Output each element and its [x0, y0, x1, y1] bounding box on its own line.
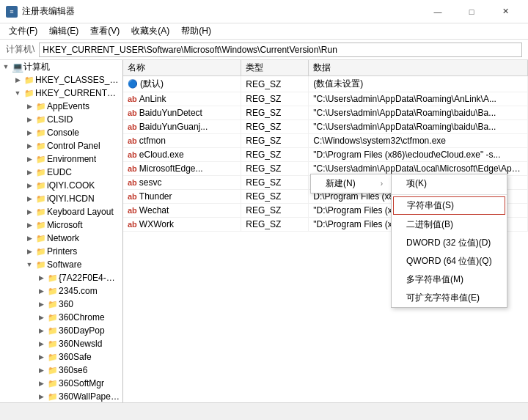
- tree-item--7a22f0e4-8c32-ec[interactable]: ▶📁{7A22F0E4-8C32-EC: [0, 271, 122, 284]
- menu-favorites[interactable]: 收藏夹(A): [125, 23, 175, 39]
- cell-data: "C:\Users\admin\AppData\Roaming\baidu\Ba…: [309, 120, 528, 134]
- table-row[interactable]: abeCloud.exeREG_SZ"D:\Program Files (x86…: [123, 148, 528, 162]
- menu-file[interactable]: 文件(F): [3, 23, 43, 39]
- folder-icon: 📁: [47, 392, 59, 402]
- submenu-item-binary[interactable]: 二进制值(B): [392, 215, 507, 234]
- reg-icon: ab: [128, 150, 137, 159]
- folder-icon: 📁: [47, 366, 59, 375]
- menu-edit[interactable]: 编辑(E): [43, 23, 84, 39]
- maximize-button[interactable]: □: [455, 0, 488, 23]
- submenu-item-multistring[interactable]: 多字符串值(M): [392, 270, 507, 289]
- tree-item-microsoft[interactable]: ▶📁Microsoft: [0, 218, 122, 232]
- tree-item-iqiyi-cook[interactable]: ▶📁iQIYI.COOK: [0, 179, 122, 192]
- status-bar: [0, 402, 528, 420]
- menu-help[interactable]: 帮助(H): [175, 23, 217, 39]
- tree-item-environment[interactable]: ▶📁Environment: [0, 152, 122, 166]
- title-controls: — □ ✕: [421, 0, 522, 23]
- tree-item-software[interactable]: ▼📁Software: [0, 258, 122, 271]
- submenu-item-key[interactable]: 项(K): [392, 174, 507, 193]
- folder-icon: 📁: [23, 75, 35, 85]
- tree-item-360chrome[interactable]: ▶📁360Chrome: [0, 311, 122, 324]
- cell-type: REG_SZ: [241, 176, 309, 190]
- tree-item-console[interactable]: ▶📁Console: [0, 126, 122, 139]
- cell-data: C:\Windows\system32\ctfmon.exe: [309, 134, 528, 148]
- tree-item-network[interactable]: ▶📁Network: [0, 232, 122, 245]
- context-menu: 新建(N) ›: [310, 174, 398, 194]
- expand-icon: ▶: [23, 116, 35, 123]
- menu-bar: 文件(F) 编辑(E) 查看(V) 收藏夹(A) 帮助(H): [0, 23, 528, 40]
- tree-item-eudc[interactable]: ▶📁EUDC: [0, 166, 122, 179]
- submenu-separator: [392, 194, 507, 195]
- folder-icon: 📁: [47, 326, 59, 336]
- cell-type: REG_SZ: [241, 204, 309, 218]
- submenu: 项(K) 字符串值(S) 二进制值(B) DWORD (32 位值)(D) QW…: [391, 174, 507, 308]
- submenu-item-dword[interactable]: DWORD (32 位值)(D): [392, 234, 507, 252]
- tree-item-hkey-classes-root[interactable]: ▶📁HKEY_CLASSES_ROOT: [0, 73, 122, 86]
- table-row[interactable]: abBaiduYunDetectREG_SZ"C:\Users\admin\Ap…: [123, 106, 528, 120]
- expand-icon: ▶: [35, 366, 47, 374]
- col-type: 类型: [241, 60, 309, 76]
- tree-label: CLSID: [47, 114, 73, 125]
- expand-icon: ▶: [35, 287, 47, 295]
- col-data: 数据: [309, 60, 528, 76]
- tree-label: HKEY_CLASSES_ROOT: [35, 75, 120, 85]
- tree-item-keyboard-layout[interactable]: ▶📁Keyboard Layout: [0, 205, 122, 218]
- tree-item-clsid[interactable]: ▶📁CLSID: [0, 113, 122, 126]
- tree-label: Printers: [47, 246, 77, 257]
- table-row[interactable]: abBaiduYunGuanj...REG_SZ"C:\Users\admin\…: [123, 120, 528, 134]
- tree-item-hkey-current-user[interactable]: ▼📁HKEY_CURRENT_USER: [0, 86, 122, 100]
- reg-icon: ab: [128, 206, 137, 215]
- tree-item-appevents[interactable]: ▶📁AppEvents: [0, 100, 122, 113]
- tree-item-360[interactable]: ▶📁360: [0, 298, 122, 311]
- col-name: 名称: [123, 60, 241, 76]
- expand-icon: ▶: [23, 103, 35, 110]
- submenu-item-qword[interactable]: QWORD (64 位值)(Q): [392, 252, 507, 270]
- cell-type: REG_SZ: [241, 148, 309, 162]
- tree-label: 360: [59, 299, 73, 309]
- close-button[interactable]: ✕: [488, 0, 522, 23]
- main-area: ▼💻计算机▶📁HKEY_CLASSES_ROOT▼📁HKEY_CURRENT_U…: [0, 60, 528, 402]
- cell-data: "C:\Users\admin\AppData\Roaming\baidu\Ba…: [309, 106, 528, 120]
- reg-icon: ab: [128, 122, 137, 131]
- folder-icon: 📁: [35, 194, 47, 204]
- cell-type: REG_SZ: [241, 162, 309, 176]
- tree-item-control-panel[interactable]: ▶📁Control Panel: [0, 139, 122, 152]
- folder-icon: 📁: [47, 273, 59, 283]
- expand-icon: ▶: [23, 195, 35, 202]
- title-bar-left: ≡ 注册表编辑器: [6, 5, 75, 18]
- submenu-key-label: 项(K): [406, 177, 427, 190]
- expand-icon: ▶: [35, 340, 47, 347]
- tree-label: 360se6: [59, 365, 87, 375]
- menu-view[interactable]: 查看(V): [84, 23, 125, 39]
- address-input[interactable]: [39, 43, 522, 57]
- cell-name: 🔵(默认): [123, 76, 241, 92]
- minimize-button[interactable]: —: [421, 0, 455, 23]
- table-row[interactable]: 🔵(默认)REG_SZ(数值未设置): [123, 76, 528, 92]
- tree-label: Microsoft: [47, 220, 83, 230]
- cell-data: "D:\Program Files (x86)\ecloud\eCloud.ex…: [309, 148, 528, 162]
- tree-item-360daypop[interactable]: ▶📁360DayPop: [0, 324, 122, 337]
- table-row[interactable]: abAnLinkREG_SZ"C:\Users\admin\AppData\Ro…: [123, 92, 528, 106]
- submenu-item-string[interactable]: 字符串值(S): [393, 196, 505, 215]
- registry-tree[interactable]: ▼💻计算机▶📁HKEY_CLASSES_ROOT▼📁HKEY_CURRENT_U…: [0, 60, 123, 402]
- tree-label: iQIYI.HCDN: [47, 194, 95, 204]
- expand-icon: ▶: [23, 155, 35, 163]
- tree-item-2345-com[interactable]: ▶📁2345.com: [0, 284, 122, 298]
- folder-icon: 📁: [35, 168, 47, 177]
- tree-item-360se6[interactable]: ▶📁360se6: [0, 364, 122, 377]
- tree-item-360softmgr[interactable]: ▶📁360SoftMgr: [0, 377, 122, 390]
- tree-item-printers[interactable]: ▶📁Printers: [0, 245, 122, 258]
- tree-item-360newsld[interactable]: ▶📁360Newsld: [0, 337, 122, 350]
- ctx-new[interactable]: 新建(N) ›: [311, 174, 397, 193]
- tree-item-360safe[interactable]: ▶📁360Safe: [0, 350, 122, 364]
- tree-item-iqiyi-hcdn[interactable]: ▶📁iQIYI.HCDN: [0, 192, 122, 205]
- reg-icon: ab: [128, 108, 137, 117]
- reg-icon: ab: [128, 178, 137, 187]
- cell-type: REG_SZ: [241, 106, 309, 120]
- tree-item----[interactable]: ▼💻计算机: [0, 60, 122, 73]
- tree-item-360wallpaperever[interactable]: ▶📁360WallPaperEver: [0, 390, 122, 402]
- tree-label: iQIYI.COOK: [47, 180, 95, 191]
- table-row[interactable]: abctfmonREG_SZC:\Windows\system32\ctfmon…: [123, 134, 528, 148]
- submenu-item-expandstring[interactable]: 可扩充字符串值(E): [392, 289, 507, 307]
- folder-icon: 📁: [47, 287, 59, 296]
